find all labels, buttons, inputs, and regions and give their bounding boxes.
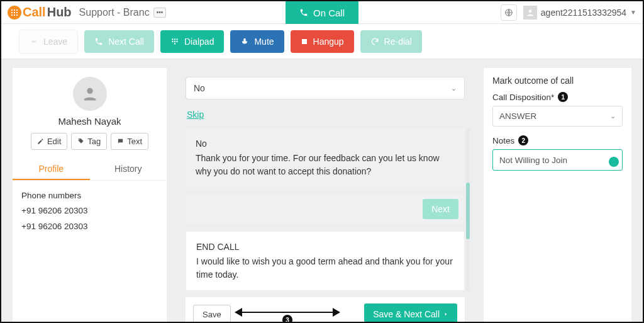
edit-contact-button[interactable]: Edit (31, 133, 67, 150)
redial-button[interactable]: Re-dial (360, 30, 422, 53)
leave-label: Leave (43, 37, 67, 47)
outcome-panel: Mark outcome of call Call Disposition* 1… (484, 68, 631, 323)
contact-name: Mahesh Nayak (13, 116, 167, 127)
svg-point-1 (528, 9, 531, 13)
svg-point-5 (172, 40, 173, 42)
tag-label: Tag (87, 137, 101, 146)
save-next-label: Save & Next Call (373, 309, 440, 319)
script-block-title: END CALL (196, 241, 454, 254)
script-next-button[interactable]: Next (423, 199, 458, 219)
hangup-button[interactable]: Hangup (291, 30, 354, 53)
save-button[interactable]: Save (193, 305, 231, 324)
svg-point-6 (174, 40, 175, 42)
next-call-label: Next Call (108, 37, 144, 47)
chat-icon (117, 138, 124, 145)
notes-label-row: Notes 2 (492, 135, 623, 145)
main-area: Mahesh Nayak Edit Tag Text Profile Histo… (1, 59, 643, 322)
svg-point-3 (174, 38, 175, 40)
annotation-badge-3: 3 (282, 315, 292, 323)
annotation-badge-2: 2 (518, 135, 528, 145)
svg-point-4 (176, 38, 177, 40)
on-call-label: On Call (313, 8, 345, 18)
user-avatar-icon (523, 6, 537, 20)
call-toolbar: Leave Next Call Dialpad Mute Hangup Re-d… (1, 24, 643, 59)
script-block-title: No (196, 137, 455, 150)
contact-tabs: Profile History (13, 159, 167, 181)
globe-icon (504, 8, 513, 17)
disposition-label: Call Disposition* (492, 93, 554, 102)
tab-history[interactable]: History (90, 159, 167, 180)
mute-button[interactable]: Mute (230, 30, 284, 53)
logo-text-call: Call (23, 5, 46, 20)
script-block-endcall: END CALL I would like to wish you a good… (186, 231, 465, 291)
dialpad-label: Dialpad (184, 37, 214, 47)
disposition-label-row: Call Disposition* 1 (492, 92, 623, 102)
user-menu[interactable]: agent2211513332954 ▼ (523, 6, 636, 20)
outcome-heading: Mark outcome of call (492, 76, 623, 86)
stop-icon (301, 38, 308, 45)
header-right: agent2211513332954 ▼ (501, 4, 636, 21)
svg-rect-10 (302, 39, 307, 44)
redial-icon (370, 37, 379, 46)
answer-select[interactable]: No ⌄ (186, 77, 465, 99)
logo: CallHub (8, 5, 72, 20)
pencil-icon (37, 138, 44, 145)
tag-contact-button[interactable]: Tag (71, 133, 107, 150)
disposition-select[interactable]: ANSWER ⌄ (492, 106, 623, 127)
svg-point-11 (87, 88, 92, 94)
contact-panel: Mahesh Nayak Edit Tag Text Profile Histo… (13, 68, 167, 323)
save-next-call-button[interactable]: Save & Next Call (364, 303, 457, 323)
rate-call-quality-link[interactable]: Rate call quality (484, 320, 631, 323)
svg-point-2 (172, 38, 173, 40)
phone-number-2: +91 96206 20303 (21, 219, 158, 234)
redial-label: Re-dial (384, 37, 412, 47)
logo-mark-icon (8, 6, 21, 20)
next-call-button[interactable]: Next Call (84, 30, 154, 53)
hangup-label: Hangup (313, 37, 344, 47)
answer-value: No (194, 83, 205, 93)
page-title: Support - Branc ••• (79, 7, 167, 18)
script-bottom-bar: Save Save & Next Call 3 (186, 297, 465, 323)
leave-icon (30, 37, 38, 46)
leave-button[interactable]: Leave (19, 30, 78, 54)
logo-text-hub: Hub (47, 5, 72, 20)
svg-point-7 (176, 40, 177, 42)
annotation-arrow: 3 (236, 306, 339, 319)
script-block-response: No Thank you for your time. For our feed… (186, 128, 465, 187)
notes-input[interactable] (492, 149, 623, 171)
page-title-text: Support - Branc (79, 7, 150, 18)
tab-profile[interactable]: Profile (13, 159, 90, 180)
resize-handle-icon[interactable] (609, 157, 619, 167)
scrollbar-thumb[interactable] (466, 183, 470, 239)
chevron-down-icon: ▼ (630, 9, 636, 16)
phone-icon (299, 8, 308, 17)
text-contact-button[interactable]: Text (111, 133, 148, 150)
script-next-row: Next (186, 195, 465, 224)
top-header: CallHub Support - Branc ••• On Call agen… (1, 1, 643, 24)
script-block-body: Thank you for your time. For our feedbac… (196, 152, 455, 178)
annotation-badge-1: 1 (558, 92, 568, 102)
profile-body: Phone numbers +91 96206 20303 +91 96206 … (13, 181, 167, 242)
title-more-button[interactable]: ••• (153, 8, 167, 18)
disposition-value: ANSWER (499, 111, 536, 121)
script-panel: No ⌄ Skip No Thank you for your time. Fo… (175, 68, 475, 323)
text-label: Text (127, 137, 142, 146)
notes-wrap (492, 149, 623, 171)
notes-label: Notes (492, 136, 514, 145)
script-block-body: I would like to wish you a good term ahe… (196, 255, 454, 281)
contact-avatar (73, 77, 107, 111)
on-call-status[interactable]: On Call (286, 1, 358, 24)
chevron-right-icon (443, 311, 448, 317)
phone-numbers-label: Phone numbers (21, 188, 158, 203)
mic-icon (240, 37, 249, 46)
contact-actions: Edit Tag Text (13, 133, 167, 150)
dialpad-button[interactable]: Dialpad (160, 30, 224, 53)
svg-point-8 (174, 43, 175, 44)
tag-icon (77, 138, 84, 145)
skip-link[interactable]: Skip (187, 110, 204, 120)
language-button[interactable] (501, 4, 517, 21)
script-area: No Thank you for your time. For our feed… (186, 128, 465, 291)
mute-label: Mute (254, 37, 274, 47)
phone-number-1: +91 96206 20303 (21, 203, 158, 218)
chevron-down-icon: ⌄ (610, 112, 616, 120)
